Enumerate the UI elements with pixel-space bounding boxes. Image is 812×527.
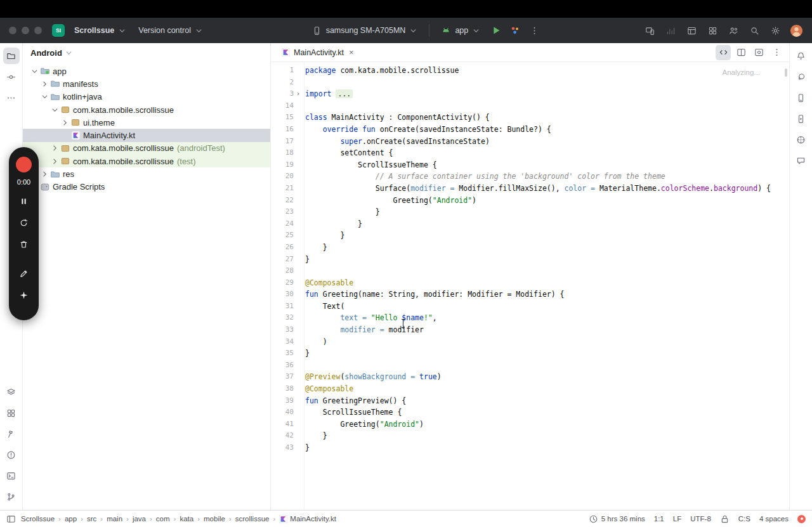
minimize-button[interactable]	[22, 27, 29, 34]
breadcrumb-item[interactable]: kata	[180, 515, 193, 523]
code-editor[interactable]: 1package com.kata.mobile.scrollissue23›i…	[271, 62, 789, 510]
line-separator[interactable]: LF	[673, 515, 681, 523]
chevron-down-icon[interactable]	[39, 92, 49, 101]
line-number[interactable]: 41	[271, 419, 294, 431]
code-line[interactable]: 38@Composable	[271, 383, 789, 395]
line-number[interactable]: 32	[271, 312, 294, 324]
code-line[interactable]: 29@Composable	[271, 277, 789, 289]
restart-button[interactable]	[16, 215, 32, 230]
terminal-icon[interactable]	[3, 467, 20, 484]
gradle-icon[interactable]	[793, 68, 809, 85]
stop-record-button[interactable]	[16, 157, 32, 172]
tree-item[interactable]: manifests	[23, 77, 270, 90]
line-number[interactable]: 23	[271, 206, 294, 218]
app-quality-insights-icon[interactable]	[793, 131, 809, 148]
chevron-right-icon[interactable]	[39, 169, 49, 179]
line-number[interactable]: 37	[271, 371, 294, 383]
editor-mode-split-icon[interactable]	[733, 45, 749, 60]
column-selection-mode[interactable]: C:S	[738, 515, 750, 523]
chevron-down-icon[interactable]	[29, 67, 39, 76]
code-line[interactable]: 37@Preview(showBackground = true)	[271, 371, 789, 383]
code-line[interactable]: 21 Surface(modifier = Modifier.fillMaxSi…	[271, 183, 789, 195]
line-number[interactable]: 22	[271, 195, 294, 207]
project-switcher[interactable]: Scrollssue	[70, 23, 131, 38]
more-actions-icon[interactable]	[526, 22, 542, 39]
notification-badge-icon[interactable]	[797, 515, 806, 523]
breadcrumb-item[interactable]: app	[65, 515, 77, 523]
code-line[interactable]: 40 ScrollIssueTheme {	[271, 407, 789, 419]
line-number[interactable]: 28	[271, 265, 294, 277]
tree-item[interactable]: app	[23, 65, 270, 77]
vcs-widget[interactable]: Version control	[134, 23, 208, 38]
code-line[interactable]: 23 }	[271, 206, 789, 218]
chevron-right-icon[interactable]	[49, 157, 60, 166]
chevron-down-icon[interactable]	[49, 105, 60, 115]
zoom-button[interactable]	[34, 27, 42, 34]
more-tool-windows-icon[interactable]	[3, 89, 20, 106]
code-line[interactable]: 20 // A surface container using the 'bac…	[271, 171, 789, 183]
code-line[interactable]: 3›import ...	[271, 88, 789, 100]
tree-item[interactable]: Gradle Scripts	[23, 181, 270, 193]
line-number[interactable]: 31	[271, 301, 294, 313]
line-number[interactable]: 17	[271, 136, 294, 148]
code-line[interactable]: 33 modifier = modifier	[271, 324, 789, 336]
commit-icon[interactable]	[3, 68, 20, 85]
delete-button[interactable]	[16, 237, 32, 252]
problems-icon[interactable]	[3, 446, 20, 463]
breadcrumb-item[interactable]: src	[87, 515, 96, 523]
breadcrumb-item[interactable]: com	[156, 515, 170, 523]
assistant-icon[interactable]	[793, 152, 809, 169]
line-number[interactable]: 36	[271, 360, 294, 372]
line-number[interactable]: 29	[271, 277, 294, 289]
tree-item[interactable]: ui.theme	[23, 116, 270, 129]
project-view-selector[interactable]: Android	[23, 43, 270, 62]
code-line[interactable]: 42 }	[271, 430, 789, 442]
code-line[interactable]: 35}	[271, 348, 789, 360]
tree-item[interactable]: kotlin+java	[23, 91, 270, 103]
tree-item[interactable]: res	[23, 167, 270, 180]
line-number[interactable]: 20	[271, 171, 294, 183]
chevron-right-icon[interactable]	[49, 143, 60, 153]
notifications-icon[interactable]	[793, 48, 809, 64]
project-icon[interactable]	[3, 48, 20, 64]
search-icon[interactable]	[746, 22, 763, 39]
settings-icon[interactable]	[767, 22, 783, 39]
code-line[interactable]: 43}	[271, 442, 789, 454]
editor-mode-code-icon[interactable]	[716, 45, 731, 60]
editor-mode-design-icon[interactable]	[751, 45, 766, 60]
line-number[interactable]: 26	[271, 242, 294, 254]
code-line[interactable]: 17 super.onCreate(savedInstanceState)	[271, 136, 789, 148]
fold-arrow-icon[interactable]: ›	[294, 88, 303, 100]
line-number[interactable]: 34	[271, 336, 294, 348]
tab-mainactivity[interactable]: MainActivity.kt ×	[276, 43, 360, 62]
mirror-device-icon[interactable]	[641, 22, 658, 39]
close-button[interactable]	[9, 27, 16, 34]
line-number[interactable]: 38	[271, 383, 294, 395]
user-avatar[interactable]	[788, 22, 804, 39]
breadcrumb-item[interactable]: mobile	[204, 515, 225, 523]
code-line[interactable]: 36	[271, 360, 789, 372]
code-line[interactable]: 26 }	[271, 242, 789, 254]
tree-item[interactable]: com.kata.mobile.scrollissue(androidTest)	[23, 142, 270, 155]
pause-button[interactable]	[16, 193, 32, 209]
code-line[interactable]: 15class MainActivity : ComponentActivity…	[271, 112, 789, 124]
device-manager-icon[interactable]	[793, 89, 809, 106]
code-line[interactable]: 2	[271, 77, 789, 89]
indent-style[interactable]: 4 spaces	[759, 515, 789, 523]
profiler-icon[interactable]	[662, 22, 679, 39]
read-only-toggle[interactable]	[720, 514, 730, 524]
line-number[interactable]: 42	[271, 430, 294, 442]
line-number[interactable]: 33	[271, 324, 294, 336]
chevron-right-icon[interactable]	[60, 118, 70, 127]
code-line[interactable]: 1package com.kata.mobile.scrollissue	[271, 65, 789, 77]
code-line[interactable]: 34 )	[271, 336, 789, 348]
code-line[interactable]: 14	[271, 100, 789, 112]
code-line[interactable]: 24 }	[271, 218, 789, 230]
line-number[interactable]: 1	[271, 65, 294, 77]
line-number[interactable]: 21	[271, 183, 294, 195]
line-number[interactable]: 2	[271, 77, 294, 89]
tree-item[interactable]: com.kata.mobile.scrollissue	[23, 103, 270, 116]
tree-item[interactable]: MainActivity.kt	[23, 129, 270, 141]
line-number[interactable]: 24	[271, 218, 294, 230]
device-selector[interactable]: samsung SM-A705MN	[307, 22, 423, 39]
